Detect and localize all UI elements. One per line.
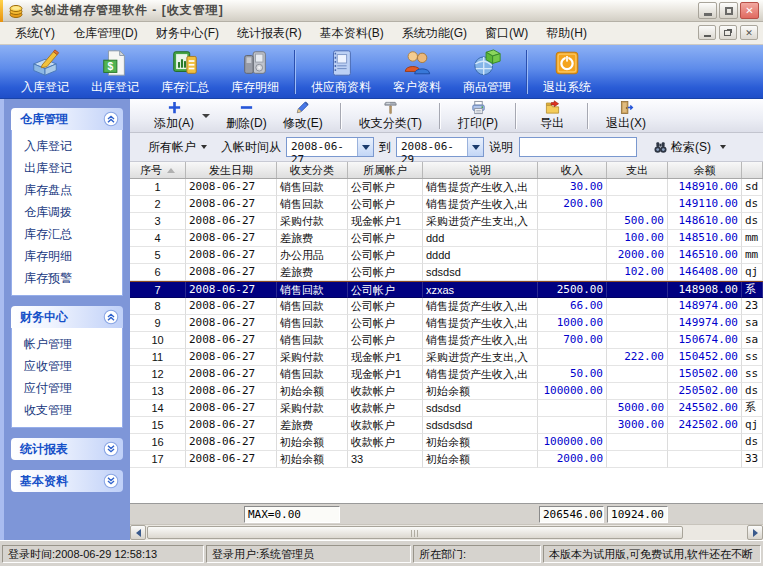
toolbar-button[interactable]: 退出系统: [532, 47, 602, 97]
table-row[interactable]: 172008-06-27初始余额33初始余额2000.0033: [130, 451, 763, 468]
sidebar-section-header[interactable]: 仓库管理: [11, 108, 123, 130]
sidebar-item[interactable]: 应收管理: [12, 355, 122, 377]
column-header[interactable]: 收支分类: [277, 162, 348, 178]
toolbar-button[interactable]: 修改(E): [275, 99, 331, 133]
horizontal-scrollbar[interactable]: [130, 524, 763, 540]
sidebar-item[interactable]: 出库登记: [12, 157, 122, 179]
table-row[interactable]: 92008-06-27销售回款公司帐户销售提货产生收入,出1000.001499…: [130, 315, 763, 332]
table-row[interactable]: 122008-06-27销售回款现金帐户1销售提货产生收入,出50.001505…: [130, 366, 763, 383]
sidebar-item[interactable]: 仓库调拨: [12, 201, 122, 223]
cell: 33: [348, 451, 423, 468]
menu-item[interactable]: 统计报表(R): [228, 22, 311, 45]
chevron-down-icon[interactable]: [103, 473, 119, 489]
column-header[interactable]: 所属帐户: [348, 162, 423, 178]
toolbar-button[interactable]: 库存明细: [220, 47, 290, 97]
table-row[interactable]: 142008-06-27采购付款收款帐户sdsdsd5000.00245502.…: [130, 400, 763, 417]
toolbar-button-label: 删除(D): [226, 115, 267, 132]
toolbar-button[interactable]: 供应商资料: [300, 47, 382, 97]
menu-item[interactable]: 窗口(W): [476, 22, 537, 45]
menu-item[interactable]: 财务中心(F): [147, 22, 228, 45]
sidebar-section-header[interactable]: 统计报表: [11, 438, 123, 460]
chevron-up-icon[interactable]: [103, 111, 119, 127]
search-options-arrow-icon[interactable]: [720, 145, 726, 149]
toolbar-button[interactable]: 收支分类(T): [351, 99, 430, 133]
column-header[interactable]: 余额: [668, 162, 742, 178]
column-header[interactable]: 说明: [423, 162, 538, 178]
table-row[interactable]: 32008-06-27采购付款现金帐户1采购进货产生支出,入500.001486…: [130, 213, 763, 230]
dropdown-arrow-icon[interactable]: [202, 114, 210, 118]
date-to-dropdown-button[interactable]: [467, 138, 483, 156]
table-row[interactable]: 102008-06-27销售回款公司帐户销售提货产生收入,出700.001506…: [130, 332, 763, 349]
account-filter-arrow-icon[interactable]: [201, 145, 207, 149]
sidebar-item[interactable]: 收支管理: [12, 399, 122, 421]
scroll-right-button[interactable]: [747, 525, 763, 540]
table-row[interactable]: 22008-06-27销售回款公司帐户销售提货产生收入,出200.0014911…: [130, 196, 763, 213]
account-filter-button[interactable]: 所有帐户: [148, 139, 196, 156]
table-row[interactable]: 12008-06-27销售回款公司帐户销售提货产生收入,出30.00148910…: [130, 179, 763, 196]
cell: mm: [742, 247, 763, 264]
toolbar-button[interactable]: 删除(D): [218, 99, 275, 133]
table-row[interactable]: 42008-06-27差旅费公司帐户ddd100.00148510.00mm: [130, 230, 763, 247]
column-header[interactable]: 序号: [130, 162, 186, 178]
mdi-minimize-button[interactable]: [698, 25, 716, 40]
sidebar-item[interactable]: 库存预警: [12, 267, 122, 289]
sidebar-item[interactable]: 帐户管理: [12, 333, 122, 355]
main-toolbar: 入库登记$出库登记库存汇总库存明细供应商资料客户资料商品管理退出系统: [0, 45, 763, 99]
toolbar-button[interactable]: 导出: [526, 99, 578, 133]
mdi-close-button[interactable]: ✕: [740, 25, 758, 40]
menu-item[interactable]: 系统(Y): [6, 22, 64, 45]
delete-icon: [239, 100, 254, 115]
sidebar-item[interactable]: 应付管理: [12, 377, 122, 399]
sidebar-item[interactable]: 库存盘点: [12, 179, 122, 201]
menu-item[interactable]: 基本资料(B): [311, 22, 393, 45]
sidebar-section-header[interactable]: 财务中心: [11, 306, 123, 328]
minimize-button[interactable]: [698, 2, 717, 19]
scroll-left-button[interactable]: [130, 525, 146, 540]
cell: [538, 349, 607, 366]
table-row[interactable]: 152008-06-27差旅费收款帐户sdsdsdsd3000.00242502…: [130, 417, 763, 434]
menu-item[interactable]: 帮助(H): [537, 22, 596, 45]
table-row[interactable]: 112008-06-27采购付款现金帐户1采购进货产生支出,入222.00150…: [130, 349, 763, 366]
toolbar-button[interactable]: 入库登记: [10, 47, 80, 97]
toolbar-button[interactable]: 商品管理: [452, 47, 522, 97]
sidebar-section-header[interactable]: 基本资料: [11, 470, 123, 492]
close-button[interactable]: ✕: [740, 2, 759, 19]
table-row[interactable]: 72008-06-27销售回款公司帐户xzxas2500.00148908.00…: [130, 281, 763, 298]
cell: 2500.00: [538, 282, 607, 298]
sidebar-item[interactable]: 库存明细: [12, 245, 122, 267]
date-to-select[interactable]: 2008-06-29: [396, 137, 484, 157]
table-row[interactable]: 132008-06-27初始余额收款帐户初始余额100000.00250502.…: [130, 383, 763, 400]
table-row[interactable]: 82008-06-27销售回款公司帐户销售提货产生收入,出66.00148974…: [130, 298, 763, 315]
column-header[interactable]: 收入: [538, 162, 607, 178]
toolbar-button[interactable]: $出库登记: [80, 47, 150, 97]
table-row[interactable]: 162008-06-27初始余额收款帐户初始余额100000.00ds: [130, 434, 763, 451]
cell: 初始余额: [277, 383, 348, 400]
table-row[interactable]: 52008-06-27办公用品公司帐户dddd2000.00146510.00m…: [130, 247, 763, 264]
column-header[interactable]: 支出: [607, 162, 668, 178]
toolbar-button-label: 导出: [540, 115, 564, 132]
date-from-dropdown-button[interactable]: [357, 138, 373, 156]
cell: [607, 315, 668, 332]
table-row[interactable]: 62008-06-27差旅费公司帐户sdsdsd102.00146408.00q…: [130, 264, 763, 281]
toolbar-button[interactable]: 库存汇总: [150, 47, 220, 97]
sidebar-item[interactable]: 入库登记: [12, 135, 122, 157]
toolbar-button[interactable]: 退出(X): [598, 99, 654, 133]
mdi-restore-button[interactable]: [719, 25, 737, 40]
maximize-button[interactable]: [719, 2, 738, 19]
chevron-down-icon[interactable]: [103, 441, 119, 457]
menu-item[interactable]: 仓库管理(D): [64, 22, 147, 45]
date-from-select[interactable]: 2008-06-27: [286, 137, 374, 157]
search-button[interactable]: 检索(S): [653, 139, 726, 156]
chevron-up-icon[interactable]: [103, 309, 119, 325]
cell: 销售提货产生收入,出: [423, 179, 538, 196]
binoculars-icon: [653, 140, 668, 155]
toolbar-button[interactable]: 客户资料: [382, 47, 452, 97]
description-input[interactable]: [519, 137, 637, 157]
toolbar-button[interactable]: 添加(A): [146, 99, 202, 133]
toolbar-button[interactable]: 打印(P): [450, 99, 506, 133]
scrollbar-thumb[interactable]: [147, 526, 683, 539]
menu-item[interactable]: 系统功能(G): [393, 22, 476, 45]
cell: 销售回款: [277, 332, 348, 349]
column-header[interactable]: 发生日期: [186, 162, 277, 178]
sidebar-item[interactable]: 库存汇总: [12, 223, 122, 245]
